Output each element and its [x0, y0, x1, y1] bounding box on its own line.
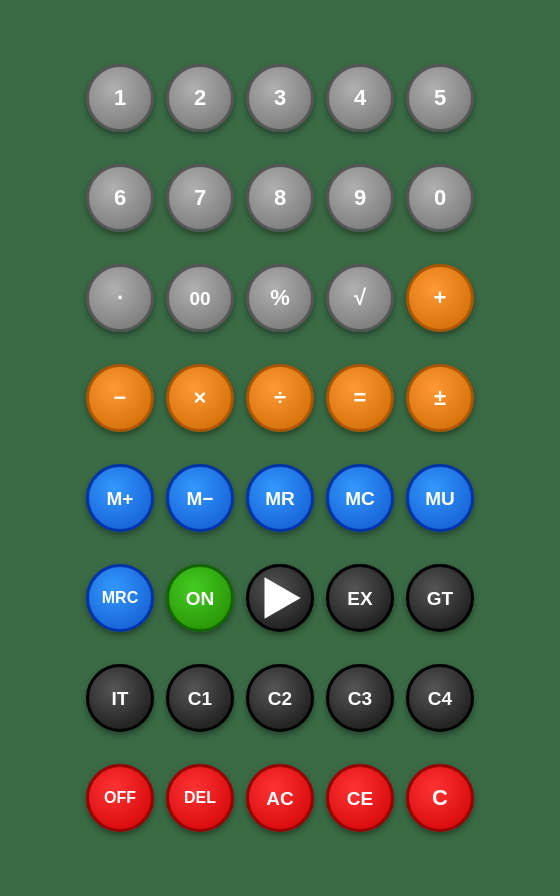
- calc-button--[interactable]: =: [326, 364, 394, 432]
- calc-button-c2[interactable]: C2: [246, 664, 314, 732]
- calc-button-off[interactable]: OFF: [86, 764, 154, 832]
- calc-button-8[interactable]: 8: [246, 164, 314, 232]
- calc-button-mu[interactable]: MU: [406, 464, 474, 532]
- svg-marker-0: [265, 577, 301, 618]
- calc-button-1[interactable]: 1: [86, 64, 154, 132]
- calc-button-c[interactable]: C: [406, 764, 474, 832]
- calc-button-c1[interactable]: C1: [166, 664, 234, 732]
- calc-button-mc[interactable]: MC: [326, 464, 394, 532]
- calc-button-ac[interactable]: AC: [246, 764, 314, 832]
- calc-button-on[interactable]: ON: [166, 564, 234, 632]
- calc-button--[interactable]: +: [406, 264, 474, 332]
- calc-button-ex[interactable]: EX: [326, 564, 394, 632]
- calc-button-7[interactable]: 7: [166, 164, 234, 232]
- calc-button--[interactable]: √: [326, 264, 394, 332]
- calc-button--[interactable]: ×: [166, 364, 234, 432]
- calc-button-mrc[interactable]: MRC: [86, 564, 154, 632]
- calc-button-6[interactable]: 6: [86, 164, 154, 232]
- calc-button-5[interactable]: 5: [406, 64, 474, 132]
- calc-button--[interactable]: [246, 564, 314, 632]
- calc-button--[interactable]: %: [246, 264, 314, 332]
- calc-button-mr[interactable]: MR: [246, 464, 314, 532]
- calc-button-it[interactable]: IT: [86, 664, 154, 732]
- calc-button--[interactable]: ÷: [246, 364, 314, 432]
- calc-button--[interactable]: ±: [406, 364, 474, 432]
- calc-button-00[interactable]: 00: [166, 264, 234, 332]
- calc-button-gt[interactable]: GT: [406, 564, 474, 632]
- calc-button-0[interactable]: 0: [406, 164, 474, 232]
- calc-button-4[interactable]: 4: [326, 64, 394, 132]
- calc-button--[interactable]: −: [86, 364, 154, 432]
- calc-button-m-[interactable]: M+: [86, 464, 154, 532]
- calc-button-9[interactable]: 9: [326, 164, 394, 232]
- calc-button-del[interactable]: DEL: [166, 764, 234, 832]
- calculator-button-grid: 1234567890·00%√+−×÷=±M+M−MRMCMUMRCONEXGT…: [80, 48, 480, 848]
- calc-button-c3[interactable]: C3: [326, 664, 394, 732]
- calc-button-m-[interactable]: M−: [166, 464, 234, 532]
- calc-button-c4[interactable]: C4: [406, 664, 474, 732]
- calc-button-ce[interactable]: CE: [326, 764, 394, 832]
- calc-button-3[interactable]: 3: [246, 64, 314, 132]
- calc-button--[interactable]: ·: [86, 264, 154, 332]
- calc-button-2[interactable]: 2: [166, 64, 234, 132]
